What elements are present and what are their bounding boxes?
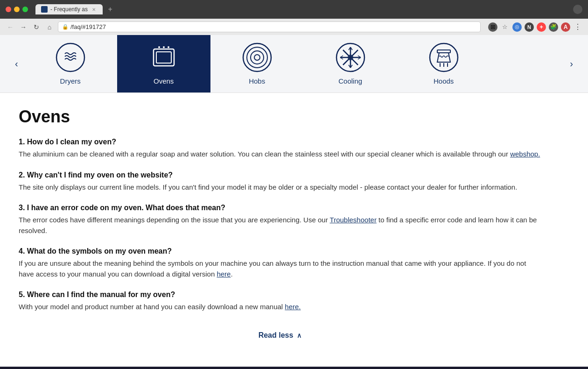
svg-rect-25 <box>437 50 450 53</box>
cooling-label: Cooling <box>338 77 362 85</box>
category-items: Dryers Ovens <box>24 35 565 92</box>
dryers-label: Dryers <box>60 77 81 85</box>
home-button[interactable]: ⌂ <box>45 22 54 32</box>
browser-menu-icon[interactable] <box>573 5 582 14</box>
svg-point-8 <box>251 51 264 64</box>
faq-item-3: 3. I have an error code on my oven. What… <box>19 204 541 236</box>
read-less-label: Read less <box>259 331 294 340</box>
icon2[interactable]: N <box>525 22 534 32</box>
faq-question-5: 5. Where can I find the manual for my ov… <box>19 291 541 299</box>
lock-icon: 🔒 <box>62 24 69 30</box>
back-button[interactable]: ← <box>6 22 15 32</box>
faq-question-3: 3. I have an error code on my oven. What… <box>19 204 541 212</box>
svg-point-3 <box>158 46 160 48</box>
close-button[interactable] <box>6 7 11 12</box>
cooling-icon <box>336 43 365 72</box>
nav-right-icons: ⊞ ☆ ◎ N + 🧩 A ⋮ <box>488 22 582 32</box>
category-ovens[interactable]: Ovens <box>117 35 210 92</box>
svg-point-7 <box>247 47 267 68</box>
faq-answer-1: The aluminium can be cleaned with a regu… <box>19 149 541 160</box>
faq-question-1: 1. How do I clean my oven? <box>19 138 541 146</box>
faq-item-4: 4. What do the symbols on my oven mean? … <box>19 247 541 279</box>
nav-bar: ← → ↻ ⌂ 🔒 /faq/#191727 ⊞ ☆ ◎ N + 🧩 A ⋮ <box>0 19 588 35</box>
minimize-button[interactable] <box>14 7 20 12</box>
reload-button[interactable]: ↻ <box>32 22 41 32</box>
category-nav: ‹ Dryers <box>0 35 588 93</box>
hobs-label: Hobs <box>249 77 265 85</box>
browser-chrome: - Frequently as ✕ + ← → ↻ ⌂ 🔒 /faq/#1917… <box>0 0 588 35</box>
maximize-button[interactable] <box>22 7 28 12</box>
active-tab[interactable]: - Frequently as ✕ <box>35 4 103 14</box>
star-icon[interactable]: ☆ <box>500 22 510 32</box>
faq-number-1: 1. <box>19 138 27 146</box>
traffic-lights <box>6 7 28 12</box>
url-text: /faq/#191727 <box>70 23 106 30</box>
hobs-icon <box>242 43 272 72</box>
faq-question-text-3: I have an error code on my oven. What do… <box>27 204 225 212</box>
read-less-button[interactable]: Read less ∧ <box>19 324 541 347</box>
faq-answer-5: With your model and product number at ha… <box>19 302 541 312</box>
svg-point-5 <box>168 46 169 48</box>
profile-icon[interactable]: A <box>561 22 570 32</box>
troubleshooter-link[interactable]: Troubleshooter <box>330 216 377 224</box>
faq-question-text-1: How do I clean my oven? <box>27 138 116 146</box>
faq-question-text-4: What do the symbols on my oven mean? <box>27 247 172 255</box>
svg-point-4 <box>163 46 165 48</box>
faq-number-3: 3. <box>19 204 27 212</box>
faq-item-1: 1. How do I clean my oven? The aluminium… <box>19 138 541 160</box>
category-dryers[interactable]: Dryers <box>24 35 117 92</box>
page-wrapper: ‹ Dryers <box>0 35 588 367</box>
ovens-icon <box>149 43 179 72</box>
faq-question-4: 4. What do the symbols on my oven mean? <box>19 247 541 255</box>
new-tab-button[interactable]: + <box>105 4 116 15</box>
faq-number-4: 4. <box>19 247 27 255</box>
icon1[interactable]: ◎ <box>512 22 522 32</box>
forward-button[interactable]: → <box>19 22 28 32</box>
hoods-icon <box>429 43 459 72</box>
faq-answer-3: The error codes have different meanings … <box>19 215 541 236</box>
faq-question-text-2: Why can't I find my oven on the website? <box>27 171 173 179</box>
download-manual-link[interactable]: here. <box>285 303 301 311</box>
faq-item-2: 2. Why can't I find my oven on the websi… <box>19 171 541 193</box>
main-content: Ovens 1. How do I clean my oven? The alu… <box>0 93 560 366</box>
next-category-button[interactable]: › <box>564 58 579 69</box>
icon4[interactable]: 🧩 <box>549 22 558 32</box>
svg-point-9 <box>254 55 260 60</box>
ovens-label: Ovens <box>154 77 174 85</box>
chevron-up-icon: ∧ <box>297 332 301 339</box>
svg-point-24 <box>430 43 458 71</box>
svg-rect-2 <box>156 52 171 63</box>
faq-item-5: 5. Where can I find the manual for my ov… <box>19 291 541 312</box>
webshop-link[interactable]: webshop. <box>510 150 540 158</box>
faq-number-2: 2. <box>19 171 27 179</box>
tab-favicon <box>41 6 48 13</box>
icon3[interactable]: + <box>537 22 546 32</box>
faq-question-2: 2. Why can't I find my oven on the websi… <box>19 171 541 179</box>
menu-icon[interactable]: ⋮ <box>573 22 582 32</box>
category-cooling[interactable]: Cooling <box>304 35 397 92</box>
address-bar[interactable]: 🔒 /faq/#191727 <box>58 21 481 32</box>
title-bar: - Frequently as ✕ + <box>0 0 588 19</box>
faq-answer-4: If you are unsure about the meaning behi… <box>19 258 541 279</box>
manual-link[interactable]: here <box>217 270 231 278</box>
page-title: Ovens <box>19 107 541 127</box>
dryers-icon <box>56 43 85 72</box>
grid-icon[interactable]: ⊞ <box>488 22 497 32</box>
tab-bar: - Frequently as ✕ + <box>35 4 301 15</box>
hoods-label: Hoods <box>434 77 454 85</box>
tab-close-button[interactable]: ✕ <box>91 6 97 13</box>
faq-answer-2: The site only displays our current line … <box>19 182 541 193</box>
category-hoods[interactable]: Hoods <box>397 35 490 92</box>
category-hobs[interactable]: Hobs <box>210 35 304 92</box>
prev-category-button[interactable]: ‹ <box>9 58 24 69</box>
faq-question-text-5: Where can I find the manual for my oven? <box>27 291 175 298</box>
faq-number-5: 5. <box>19 291 27 298</box>
tab-title: - Frequently as <box>50 6 88 13</box>
